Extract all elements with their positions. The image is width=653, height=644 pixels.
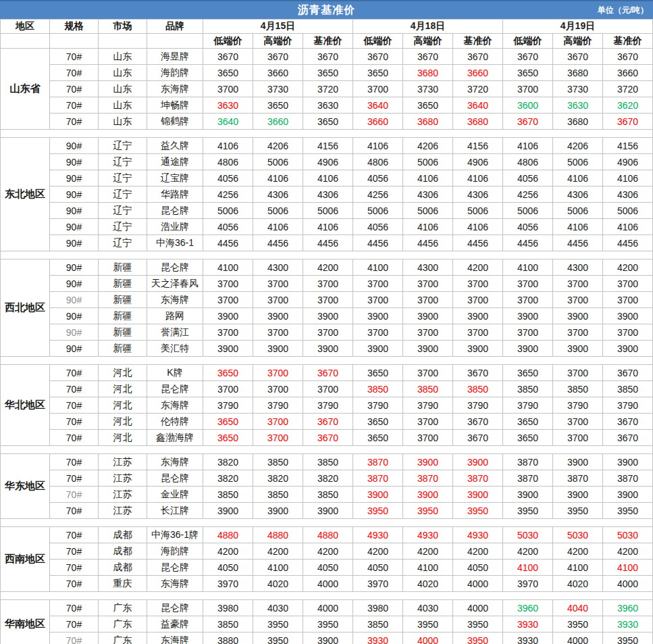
price-cell: 3720 <box>303 81 353 97</box>
price-cell: 3700 <box>253 430 303 446</box>
price-cell: 4306 <box>603 187 653 203</box>
price-cell: 3900 <box>403 341 453 357</box>
price-cell: 4106 <box>503 138 553 154</box>
col-header-spec: 规格 <box>50 20 99 34</box>
price-cell: 3820 <box>303 470 353 487</box>
section-separator-row <box>1 251 653 259</box>
market-cell: 河北 <box>99 430 147 446</box>
price-cell: 4206 <box>403 138 453 154</box>
price-cell: 3670 <box>603 49 653 65</box>
brand-cell: 东海牌 <box>147 81 203 97</box>
empty-header-cell <box>1 34 50 49</box>
price-cell: 3900 <box>353 341 403 357</box>
price-cell: 4200 <box>403 543 453 560</box>
price-cell: 4106 <box>403 170 453 187</box>
price-cell: 3720 <box>603 81 653 97</box>
market-cell: 成都 <box>99 527 147 543</box>
market-cell: 成都 <box>99 543 147 560</box>
price-cell: 3820 <box>203 470 253 487</box>
price-cell: 4000 <box>453 576 503 592</box>
price-cell: 3700 <box>353 276 403 292</box>
spec-cell: 90# <box>50 138 99 154</box>
price-cell: 3650 <box>353 414 403 430</box>
table-row: 90#新疆天之泽春风370037003700370037003700370037… <box>1 276 653 292</box>
table-row: 山东省70#山东海昱牌36703670367036703670367036703… <box>1 49 653 65</box>
price-cell: 3670 <box>303 430 353 446</box>
price-cell: 3670 <box>203 49 253 65</box>
price-cell: 3660 <box>253 114 303 130</box>
price-cell: 4300 <box>403 259 453 276</box>
price-cell: 4000 <box>453 600 503 616</box>
price-cell: 3900 <box>503 487 553 503</box>
price-cell: 4100 <box>203 259 253 276</box>
table-row: 70#山东海韵牌36503660365036503680366036503680… <box>1 65 653 81</box>
price-cell: 3850 <box>303 454 353 470</box>
spec-cell: 70# <box>50 65 99 81</box>
header-row-dates: 地区 规格 市场 品牌 4月15日 4月18日 4月19日 <box>1 20 653 34</box>
price-cell: 3650 <box>203 365 253 381</box>
price-cell: 4456 <box>353 235 403 251</box>
price-cell: 4306 <box>403 187 453 203</box>
spec-cell: 70# <box>50 114 99 130</box>
spec-cell: 70# <box>50 414 99 430</box>
price-cell: 3680 <box>403 65 453 81</box>
price-cell: 5006 <box>453 203 503 219</box>
brand-cell: 辽宝牌 <box>147 170 203 187</box>
brand-cell: 益久牌 <box>147 138 203 154</box>
spec-cell: 70# <box>50 503 99 519</box>
region-label: 东北地区 <box>1 138 50 251</box>
market-cell: 成都 <box>99 560 147 576</box>
price-cell: 3930 <box>503 616 553 633</box>
price-cell: 4880 <box>303 527 353 543</box>
price-cell: 3650 <box>503 414 553 430</box>
price-cell: 3700 <box>553 414 603 430</box>
market-cell: 山东 <box>99 65 147 81</box>
separator-cell <box>1 130 653 138</box>
price-cell: 4306 <box>253 187 303 203</box>
price-cell: 3900 <box>453 487 503 503</box>
brand-cell: 海昱牌 <box>147 49 203 65</box>
price-cell: 3700 <box>253 365 303 381</box>
price-cell: 3630 <box>553 97 603 114</box>
price-cell: 4050 <box>303 560 353 576</box>
brand-cell: 华路牌 <box>147 187 203 203</box>
spec-cell: 90# <box>50 276 99 292</box>
price-cell: 3950 <box>353 503 403 519</box>
table-row: 90#新疆誉满江37003700370037003700370037003700… <box>1 324 653 341</box>
price-cell: 3870 <box>553 470 603 487</box>
price-cell: 3870 <box>503 470 553 487</box>
price-cell: 3790 <box>453 397 503 414</box>
price-cell: 3900 <box>603 454 653 470</box>
price-cell: 3660 <box>353 114 403 130</box>
price-cell: 3900 <box>453 341 503 357</box>
price-cell: 5006 <box>553 154 603 170</box>
table-row: 70#广东东海牌38803950390039304000395039304000… <box>1 633 653 644</box>
brand-cell: 东海牌 <box>147 633 203 644</box>
table-row: 70#河北东海牌37903790379037903790379037903790… <box>1 397 653 414</box>
price-cell: 4100 <box>253 560 303 576</box>
col-header-region: 地区 <box>1 20 50 34</box>
table-row: 华南地区70#广东昆仑牌3980403040003980403040003960… <box>1 600 653 616</box>
price-cell: 3660 <box>453 65 503 81</box>
spec-cell: 70# <box>50 365 99 381</box>
price-cell: 3700 <box>503 81 553 97</box>
price-cell: 5006 <box>353 203 403 219</box>
price-cell: 4456 <box>403 235 453 251</box>
table-row: 70#江苏金业牌38503850385039003900390039003900… <box>1 487 653 503</box>
price-cell: 4000 <box>553 633 603 644</box>
price-cell: 3900 <box>553 454 603 470</box>
region-label: 山东省 <box>1 49 50 130</box>
price-cell: 4020 <box>553 576 603 592</box>
price-cell: 3900 <box>553 308 603 324</box>
price-cell: 4906 <box>603 154 653 170</box>
price-cell: 4106 <box>553 219 603 235</box>
price-cell: 4806 <box>203 154 253 170</box>
brand-cell: 昆仑牌 <box>147 381 203 397</box>
spec-cell: 90# <box>50 292 99 308</box>
price-cell: 3670 <box>503 49 553 65</box>
market-cell: 山东 <box>99 49 147 65</box>
market-cell: 广东 <box>99 616 147 633</box>
brand-cell: 天之泽春风 <box>147 276 203 292</box>
empty-header-cell <box>147 34 203 49</box>
market-cell: 辽宁 <box>99 219 147 235</box>
